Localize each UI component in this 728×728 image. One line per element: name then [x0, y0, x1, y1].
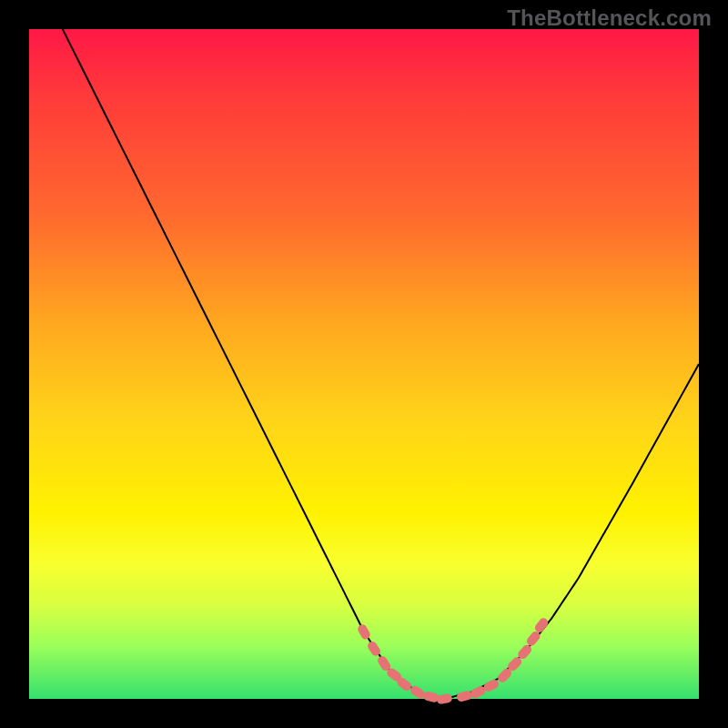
curve-marker: [422, 691, 440, 703]
curve-marker: [356, 623, 371, 642]
bottleneck-curve: [63, 29, 699, 699]
watermark-text: TheBottleneck.com: [507, 5, 712, 31]
chart-svg: [29, 29, 699, 699]
curve-marker: [533, 616, 550, 634]
plot-area: [29, 29, 699, 699]
curve-markers: [356, 616, 550, 704]
curve-marker: [436, 693, 452, 705]
chart-frame: TheBottleneck.com: [0, 0, 728, 728]
